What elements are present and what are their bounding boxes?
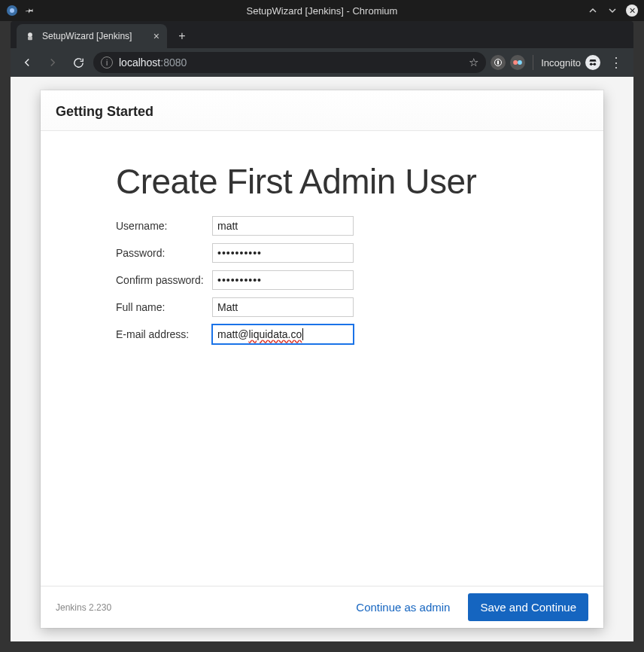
extension-icon-2[interactable]: [510, 55, 525, 70]
window-minimize-icon[interactable]: [587, 5, 599, 17]
svg-rect-3: [28, 37, 32, 41]
jenkins-version: Jenkins 2.230: [56, 602, 338, 613]
wizard-footer: Jenkins 2.230 Continue as admin Save and…: [41, 586, 603, 628]
row-email: E-mail address: matt@liquidata.co: [116, 321, 588, 348]
fullname-label: Full name:: [116, 301, 212, 313]
new-tab-button[interactable]: +: [172, 26, 193, 47]
browser-toolbar: i localhost:8080 ☆ Incognito ⋮: [11, 48, 633, 77]
wizard-body: Create First Admin User Username: Passwo…: [41, 131, 603, 586]
jenkins-favicon-icon: [24, 30, 36, 42]
setup-wizard-dialog: Getting Started Create First Admin User …: [41, 90, 603, 628]
confirm-password-label: Confirm password:: [116, 274, 212, 286]
wizard-header: Getting Started: [41, 90, 603, 131]
page-title: Create First Admin User: [116, 161, 588, 202]
browser-menu-icon[interactable]: ⋮: [605, 54, 627, 71]
page-viewport: Getting Started Create First Admin User …: [11, 77, 633, 641]
row-username: Username:: [116, 212, 588, 239]
window-close-icon[interactable]: ✕: [626, 5, 638, 17]
browser-window: SetupWizard [Jenkins] × + i localhost:80…: [11, 21, 633, 641]
bookmark-star-icon[interactable]: ☆: [469, 56, 478, 69]
incognito-label: Incognito: [541, 57, 581, 69]
os-window-title: SetupWizard [Jenkins] - Chromium: [66, 5, 578, 17]
confirm-password-input[interactable]: [212, 270, 354, 290]
save-and-continue-button[interactable]: Save and Continue: [468, 593, 588, 621]
os-titlebar: SetupWizard [Jenkins] - Chromium ✕: [0, 0, 644, 21]
svg-point-1: [10, 8, 14, 13]
window-maximize-icon[interactable]: [606, 5, 618, 17]
email-label: E-mail address:: [116, 328, 212, 340]
fullname-input[interactable]: [212, 297, 354, 317]
email-input[interactable]: matt@liquidata.co: [212, 324, 354, 344]
address-bar[interactable]: i localhost:8080 ☆: [93, 52, 486, 73]
site-info-icon[interactable]: i: [101, 56, 113, 69]
username-input[interactable]: [212, 216, 354, 236]
password-label: Password:: [116, 247, 212, 259]
tab-close-icon[interactable]: ×: [153, 30, 159, 42]
tab-title: SetupWizard [Jenkins]: [42, 31, 147, 41]
app-menu-icon[interactable]: [6, 5, 18, 17]
svg-rect-5: [497, 61, 499, 65]
row-password: Password:: [116, 239, 588, 267]
svg-rect-10: [592, 64, 594, 65]
row-fullname: Full name:: [116, 294, 588, 321]
text-caret: [302, 328, 303, 340]
url-text: localhost:8080: [119, 56, 463, 69]
toolbar-separator: [533, 55, 533, 70]
nav-reload-button[interactable]: [68, 52, 89, 73]
pin-icon[interactable]: [22, 2, 39, 20]
tab-strip: SetupWizard [Jenkins] × +: [11, 21, 633, 48]
incognito-indicator: Incognito: [541, 55, 600, 70]
svg-point-7: [518, 60, 522, 65]
nav-forward-button[interactable]: [42, 52, 63, 73]
continue-as-admin-button[interactable]: Continue as admin: [348, 595, 457, 620]
incognito-icon: [585, 55, 600, 70]
row-confirm-password: Confirm password:: [116, 267, 588, 294]
extension-icon-1[interactable]: [491, 55, 506, 70]
svg-point-6: [513, 60, 518, 65]
nav-back-button[interactable]: [17, 52, 38, 73]
username-label: Username:: [116, 220, 212, 232]
browser-tab[interactable]: SetupWizard [Jenkins] ×: [17, 24, 167, 48]
password-input[interactable]: [212, 243, 354, 263]
svg-point-2: [28, 32, 32, 37]
